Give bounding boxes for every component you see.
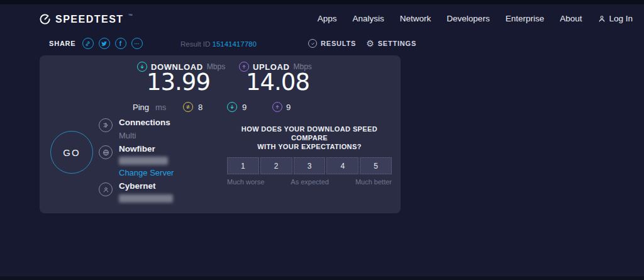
top-strip: [0, 0, 644, 4]
rating-button-4[interactable]: 4: [326, 157, 358, 174]
rating-button-5[interactable]: 5: [360, 157, 392, 174]
connections-label: Connections: [119, 118, 170, 127]
ping-idle-value: 8: [198, 103, 203, 112]
user-icon: [597, 14, 606, 23]
connections-value: Multi: [119, 131, 136, 140]
isp-ip-redacted: [119, 194, 173, 203]
result-id-value: 15141417780: [213, 40, 257, 48]
rating-scale-labels: Much worse As expected Much better: [227, 178, 392, 186]
ping-idle-icon: [183, 102, 193, 112]
gauge-icon: [39, 13, 51, 25]
nav-item-apps[interactable]: Apps: [318, 14, 337, 23]
ping-download-icon: [227, 102, 237, 112]
facebook-icon: f: [119, 40, 121, 47]
isp-name: Cybernet: [119, 181, 156, 191]
download-arrow-icon: [137, 62, 147, 72]
result-id: Result ID 15141417780: [180, 40, 257, 48]
twitter-icon: [101, 40, 108, 47]
ping-label: Ping: [133, 103, 149, 112]
rating-button-2[interactable]: 2: [260, 157, 292, 174]
link-icon: [84, 40, 91, 47]
expectation-survey: HOW DOES YOUR DOWNLOAD SPEED COMPARE WIT…: [227, 125, 392, 186]
ping-unit: ms: [155, 103, 166, 112]
survey-question-line1: HOW DOES YOUR DOWNLOAD SPEED COMPARE: [227, 125, 392, 142]
scale-label-better: Much better: [355, 178, 392, 186]
nav-item-analysis[interactable]: Analysis: [353, 14, 384, 23]
check-circle-icon: [308, 39, 317, 48]
nav-item-network[interactable]: Network: [400, 14, 431, 23]
logo-trademark: ™: [128, 13, 133, 18]
rating-button-3[interactable]: 3: [294, 157, 326, 174]
result-id-label: Result ID: [180, 40, 210, 48]
login-button[interactable]: Log In: [597, 14, 633, 23]
settings-button[interactable]: ⚙ SETTINGS: [366, 39, 416, 48]
login-label: Log In: [609, 14, 633, 23]
results-button[interactable]: RESULTS: [308, 39, 356, 48]
ping-upload-icon: [272, 102, 282, 112]
server-name: Nowfiber: [119, 144, 155, 154]
bottom-strip: [0, 276, 644, 280]
survey-question-line2: WITH YOUR EXPECTATIONS?: [227, 142, 392, 151]
rating-row: 1 2 3 4 5: [227, 157, 392, 174]
main-nav: Apps Analysis Network Developers Enterpr…: [318, 14, 633, 23]
globe-icon: [99, 145, 113, 159]
settings-label: SETTINGS: [378, 40, 416, 47]
ping-upload-value: 9: [286, 103, 291, 112]
speedtest-page: SPEEDTEST ™ Apps Analysis Network Develo…: [0, 0, 644, 280]
share-facebook-button[interactable]: f: [115, 38, 126, 49]
share-label: SHARE: [49, 40, 76, 47]
gear-icon: ⚙: [366, 39, 374, 48]
scale-label-expected: As expected: [291, 178, 329, 186]
rating-button-1[interactable]: 1: [227, 157, 259, 174]
go-button[interactable]: GO: [50, 131, 93, 174]
upload-value: 14.08: [246, 69, 309, 96]
speedtest-logo[interactable]: SPEEDTEST ™: [39, 13, 133, 25]
share-twitter-button[interactable]: [99, 38, 110, 49]
nav-item-developers[interactable]: Developers: [447, 14, 489, 23]
share-link-button[interactable]: [82, 38, 94, 49]
server-location-redacted: [119, 157, 168, 165]
toolbar-right: RESULTS ⚙ SETTINGS: [308, 39, 416, 48]
nav-item-enterprise[interactable]: Enterprise: [506, 14, 545, 23]
connections-icon: [99, 118, 113, 132]
scale-label-worse: Much worse: [227, 178, 264, 186]
share-more-button[interactable]: [131, 38, 143, 49]
ping-download-value: 9: [242, 103, 247, 112]
download-value: 13.99: [147, 69, 210, 96]
results-label: RESULTS: [321, 40, 356, 47]
change-server-link[interactable]: Change Server: [119, 168, 174, 177]
isp-user-icon: [99, 182, 113, 196]
nav-item-about[interactable]: About: [560, 14, 582, 23]
share-group: SHARE f: [49, 38, 143, 49]
logo-text: SPEEDTEST: [55, 14, 124, 25]
ellipsis-icon: [133, 40, 140, 47]
result-card: DOWNLOAD Mbps 13.99 UPLOAD Mbps 14.08 Pi…: [40, 55, 401, 213]
